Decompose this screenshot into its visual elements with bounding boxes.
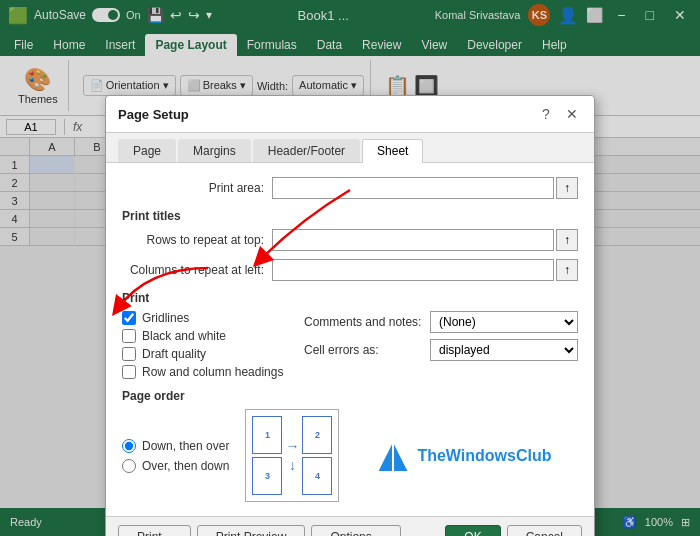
rows-repeat-input[interactable] (272, 229, 554, 251)
print-button[interactable]: Print... (118, 525, 191, 536)
page-order-diagram: 1 3 → ↓ 2 4 (245, 409, 339, 502)
dialog-titlebar: Page Setup ? ✕ (106, 96, 594, 133)
dialog-title: Page Setup (118, 107, 189, 122)
watermark-area: TheWindowsClub (375, 438, 551, 474)
dialog-controls: ? ✕ (536, 104, 582, 124)
dialog-tab-margins[interactable]: Margins (178, 139, 251, 162)
errors-label: Cell errors as: (304, 343, 424, 357)
radio-group: Down, then over Over, then down (122, 439, 229, 473)
errors-row: Cell errors as: displayed blank #N/A -- (304, 339, 578, 361)
print-area-row: Print area: ↑ (122, 177, 578, 199)
rows-repeat-browse-button[interactable]: ↑ (556, 229, 578, 251)
comments-select[interactable]: (None) At end of sheet As displayed on s… (430, 311, 578, 333)
gridlines-label: Gridlines (142, 311, 189, 325)
dialog-footer: Print... Print Preview Options... OK Can… (106, 517, 594, 536)
diag-page-2: 2 (302, 416, 332, 454)
dialog-tabs: Page Margins Header/Footer Sheet (106, 133, 594, 163)
ok-button[interactable]: OK (445, 525, 500, 536)
dialog-close-button[interactable]: ✕ (562, 104, 582, 124)
page-setup-dialog: Page Setup ? ✕ Page Margins Header/Foote… (105, 95, 595, 536)
cancel-button[interactable]: Cancel (507, 525, 582, 536)
gridlines-checkbox[interactable] (122, 311, 136, 325)
down-then-over-row: Down, then over (122, 439, 229, 453)
print-area-label: Print area: (122, 181, 272, 195)
over-then-down-radio[interactable] (122, 459, 136, 473)
print-left: Gridlines Black and white Draft quality … (122, 311, 296, 379)
columns-repeat-input[interactable] (272, 259, 554, 281)
print-section: Gridlines Black and white Draft quality … (122, 311, 578, 379)
down-then-over-radio[interactable] (122, 439, 136, 453)
comments-label: Comments and notes: (304, 315, 424, 329)
draft-quality-label: Draft quality (142, 347, 206, 361)
print-area-input[interactable] (272, 177, 554, 199)
twc-text: TheWindowsClub (417, 447, 551, 465)
comments-row: Comments and notes: (None) At end of she… (304, 311, 578, 333)
row-col-headings-checkbox[interactable] (122, 365, 136, 379)
diag-page-3: 3 (252, 457, 282, 495)
right-arrow-icon: → (285, 438, 299, 454)
columns-repeat-row: Columns to repeat at left: ↑ (122, 259, 578, 281)
print-preview-button[interactable]: Print Preview (197, 525, 306, 536)
page-order-label: Page order (122, 389, 578, 403)
down-arrow-icon: ↓ (289, 457, 296, 473)
print-right: Comments and notes: (None) At end of she… (304, 311, 578, 379)
draft-quality-checkbox[interactable] (122, 347, 136, 361)
draft-quality-row: Draft quality (122, 347, 296, 361)
dialog-body: Print area: ↑ Print titles Rows to repea… (106, 163, 594, 517)
modal-overlay: Page Setup ? ✕ Page Margins Header/Foote… (0, 0, 700, 536)
twc-logo-icon (375, 438, 411, 474)
rows-repeat-row: Rows to repeat at top: ↑ (122, 229, 578, 251)
black-white-checkbox[interactable] (122, 329, 136, 343)
page-order-inner: Down, then over Over, then down 1 3 → (122, 409, 578, 502)
print-area-browse-button[interactable]: ↑ (556, 177, 578, 199)
dialog-help-button[interactable]: ? (536, 104, 556, 124)
options-button[interactable]: Options... (311, 525, 400, 536)
row-col-headings-row: Row and column headings (122, 365, 296, 379)
print-titles-label: Print titles (122, 209, 578, 223)
dialog-tab-sheet[interactable]: Sheet (362, 139, 423, 163)
gridlines-row: Gridlines (122, 311, 296, 325)
dialog-tab-page[interactable]: Page (118, 139, 176, 162)
print-section-label: Print (122, 291, 578, 305)
over-then-down-label: Over, then down (142, 459, 229, 473)
errors-select[interactable]: displayed blank #N/A -- (430, 339, 578, 361)
black-white-label: Black and white (142, 329, 226, 343)
diag-page-4: 4 (302, 457, 332, 495)
diag-page-1: 1 (252, 416, 282, 454)
black-white-row: Black and white (122, 329, 296, 343)
down-then-over-label: Down, then over (142, 439, 229, 453)
columns-repeat-label: Columns to repeat at left: (122, 263, 272, 277)
rows-repeat-label: Rows to repeat at top: (122, 233, 272, 247)
row-col-headings-label: Row and column headings (142, 365, 283, 379)
dialog-tab-headerfooter[interactable]: Header/Footer (253, 139, 360, 162)
columns-repeat-browse-button[interactable]: ↑ (556, 259, 578, 281)
over-then-down-row: Over, then down (122, 459, 229, 473)
